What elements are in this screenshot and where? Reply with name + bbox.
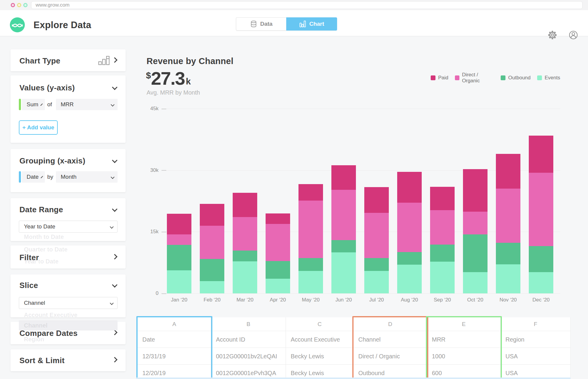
bar-segment[interactable] bbox=[529, 136, 553, 172]
bar-segment[interactable] bbox=[167, 245, 191, 270]
bar-segment[interactable] bbox=[266, 224, 290, 261]
bar-segment[interactable] bbox=[298, 184, 323, 201]
bar-segment[interactable] bbox=[167, 214, 191, 234]
add-value-button[interactable]: + Add value bbox=[19, 120, 58, 135]
table-cell[interactable]: 600 bbox=[427, 365, 501, 379]
sort-limit-panel[interactable]: Sort & Limit bbox=[10, 349, 126, 371]
bar-segment[interactable] bbox=[233, 261, 257, 293]
bar-segment[interactable] bbox=[331, 190, 356, 240]
axis-tick bbox=[162, 170, 166, 171]
bar-segment[interactable] bbox=[331, 240, 356, 252]
table-cell[interactable]: USA bbox=[501, 365, 571, 379]
table-cell[interactable]: Outbound bbox=[354, 365, 427, 379]
table-cell[interactable]: 12/20/19 bbox=[138, 365, 211, 379]
bar-segment[interactable] bbox=[266, 213, 290, 224]
bar-segment[interactable] bbox=[397, 265, 422, 293]
column-letter[interactable]: C bbox=[286, 317, 354, 331]
column-header-cell[interactable]: Region bbox=[501, 331, 571, 348]
aggregation-select[interactable]: Sum bbox=[22, 99, 45, 110]
bar-segment[interactable] bbox=[331, 165, 356, 190]
bar-segment[interactable] bbox=[266, 261, 290, 279]
column-header-cell[interactable]: Date bbox=[138, 331, 211, 348]
column-letter[interactable]: F bbox=[501, 317, 571, 331]
url-text: www.grow.com bbox=[36, 2, 69, 8]
grouping-interval: Month bbox=[61, 174, 108, 180]
legend-item[interactable]: Events bbox=[537, 72, 560, 84]
bar-segment[interactable] bbox=[496, 154, 520, 189]
bar-segment[interactable] bbox=[397, 252, 422, 265]
bar-segment[interactable] bbox=[529, 173, 553, 246]
bar-segment[interactable] bbox=[233, 193, 257, 217]
close-window-icon[interactable] bbox=[11, 3, 15, 7]
table-cell[interactable]: 1000 bbox=[427, 348, 501, 365]
table-cell[interactable]: 12/31/19 bbox=[138, 348, 211, 365]
app-header: Explore Data Data Chart bbox=[0, 10, 588, 36]
bar-segment[interactable] bbox=[298, 271, 323, 293]
table-cell[interactable]: Direct / Organic bbox=[354, 348, 427, 365]
column-header-cell[interactable]: MRR bbox=[427, 331, 501, 348]
bar-segment[interactable] bbox=[200, 204, 224, 226]
value-field-select[interactable]: MRR bbox=[56, 99, 118, 110]
settings-gear-icon[interactable] bbox=[546, 29, 558, 41]
grow-logo-icon[interactable] bbox=[10, 17, 25, 32]
bar-segment[interactable] bbox=[266, 279, 290, 293]
column-letter[interactable]: A bbox=[138, 317, 211, 331]
legend-item[interactable]: Outbound bbox=[501, 72, 531, 84]
bar-segment[interactable] bbox=[430, 210, 455, 245]
bar-segment[interactable] bbox=[233, 251, 257, 261]
legend-item[interactable]: Paid bbox=[431, 72, 448, 84]
table-scrollbar[interactable] bbox=[136, 378, 571, 379]
bar-segment[interactable] bbox=[298, 258, 323, 271]
minimize-window-icon[interactable] bbox=[17, 3, 21, 7]
bar-segment[interactable] bbox=[364, 213, 389, 258]
table-cell[interactable]: 0012G00001bv2LeQAI bbox=[211, 348, 286, 365]
bar-segment[interactable] bbox=[529, 272, 553, 293]
table-cell[interactable]: Becky Lewis bbox=[286, 365, 354, 379]
slice-select[interactable]: Channel bbox=[19, 297, 118, 309]
tab-data[interactable]: Data bbox=[236, 17, 286, 31]
bar-segment[interactable] bbox=[397, 203, 422, 252]
column-letter[interactable]: D bbox=[354, 317, 427, 331]
bar-segment[interactable] bbox=[463, 234, 488, 272]
bar-segment[interactable] bbox=[167, 270, 191, 293]
chart-type-panel[interactable]: Chart Type bbox=[10, 49, 126, 71]
table-cell[interactable]: Becky Lewis bbox=[286, 348, 354, 365]
bar-segment[interactable] bbox=[298, 201, 323, 258]
address-bar[interactable]: www.grow.com bbox=[31, 1, 583, 9]
bar-segment[interactable] bbox=[364, 187, 389, 213]
table-cell[interactable]: USA bbox=[501, 348, 571, 365]
bar-segment[interactable] bbox=[463, 169, 488, 212]
date-range-select[interactable]: Year to Date bbox=[19, 221, 118, 233]
profile-avatar-icon[interactable] bbox=[567, 29, 579, 41]
grouping-interval-select[interactable]: Month bbox=[56, 171, 118, 183]
bar-segment[interactable] bbox=[200, 259, 224, 281]
bar-segment[interactable] bbox=[496, 264, 520, 293]
bar-segment[interactable] bbox=[463, 272, 488, 293]
bar-segment[interactable] bbox=[397, 172, 422, 203]
maximize-window-icon[interactable] bbox=[23, 3, 28, 7]
grouping-field-select[interactable]: Date bbox=[22, 171, 45, 183]
bar-segment[interactable] bbox=[496, 189, 520, 243]
bar-segment[interactable] bbox=[200, 226, 224, 259]
bar-segment[interactable] bbox=[529, 246, 553, 272]
bar-segment[interactable] bbox=[364, 271, 389, 293]
column-letter[interactable]: B bbox=[211, 317, 286, 331]
bar-segment[interactable] bbox=[430, 245, 455, 262]
column-letter[interactable]: E bbox=[427, 317, 501, 331]
bar-segment[interactable] bbox=[233, 217, 257, 251]
bar-segment[interactable] bbox=[364, 258, 389, 271]
bar-segment[interactable] bbox=[430, 262, 455, 293]
legend-item[interactable]: Direct / Organic bbox=[455, 72, 494, 84]
bar-segment[interactable] bbox=[463, 212, 488, 234]
tab-chart[interactable]: Chart bbox=[286, 17, 337, 31]
bar-segment[interactable] bbox=[200, 281, 224, 293]
column-header-cell[interactable]: Channel bbox=[354, 331, 427, 348]
y-tick-label: 15k bbox=[129, 228, 159, 235]
column-header-cell[interactable]: Account ID bbox=[211, 331, 286, 348]
table-cell[interactable]: 0012G00001ePvh3QA bbox=[211, 365, 286, 379]
bar-segment[interactable] bbox=[430, 187, 455, 210]
bar-segment[interactable] bbox=[167, 234, 191, 245]
column-header-cell[interactable]: Account Executive bbox=[286, 331, 354, 348]
bar-segment[interactable] bbox=[496, 243, 520, 264]
bar-segment[interactable] bbox=[331, 252, 356, 293]
